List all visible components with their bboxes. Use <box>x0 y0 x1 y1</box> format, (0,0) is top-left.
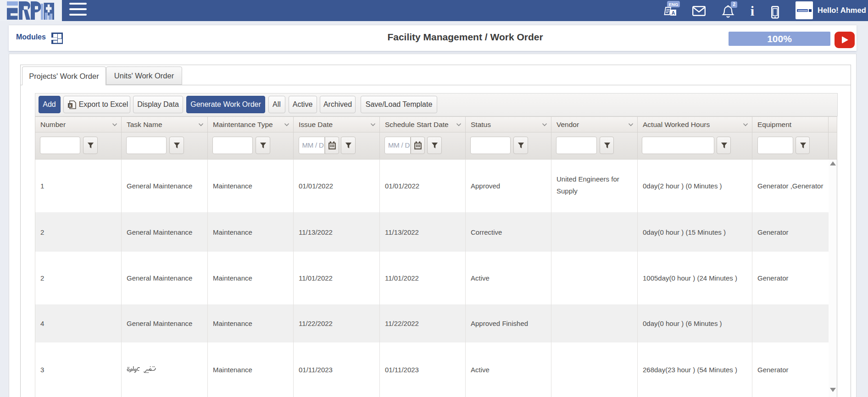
svg-text:ENG: ENG <box>669 2 679 7</box>
svg-text:A: A <box>672 10 675 16</box>
svg-text:x: x <box>69 103 71 108</box>
